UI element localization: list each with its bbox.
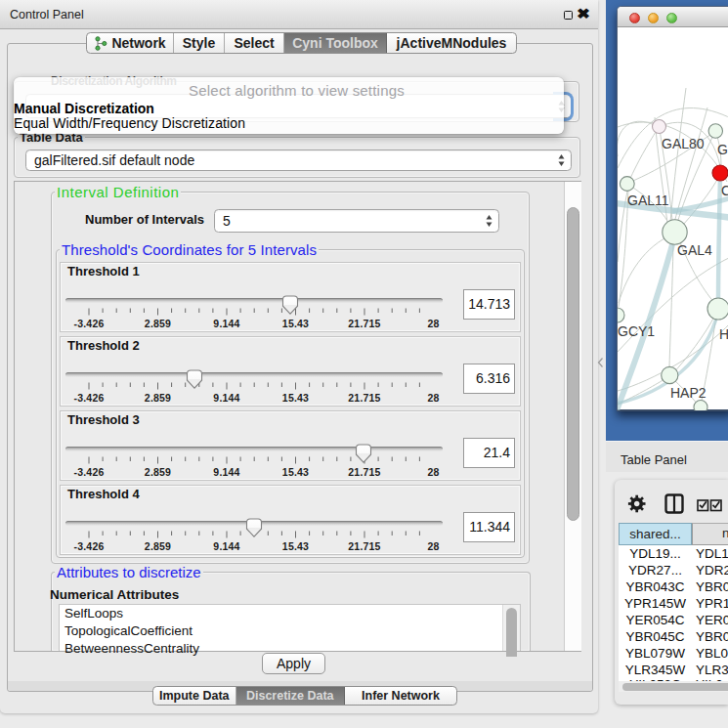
svg-text:G.: G.	[717, 142, 728, 157]
svg-text:H: H	[719, 326, 728, 342]
svg-text:HAP2: HAP2	[670, 385, 707, 401]
svg-text:GCY1: GCY1	[618, 323, 655, 339]
svg-text:GAL4: GAL4	[677, 242, 712, 258]
svg-text:C: C	[721, 183, 728, 198]
svg-text:GAL11: GAL11	[627, 193, 669, 208]
svg-text:GAL80: GAL80	[662, 136, 705, 151]
